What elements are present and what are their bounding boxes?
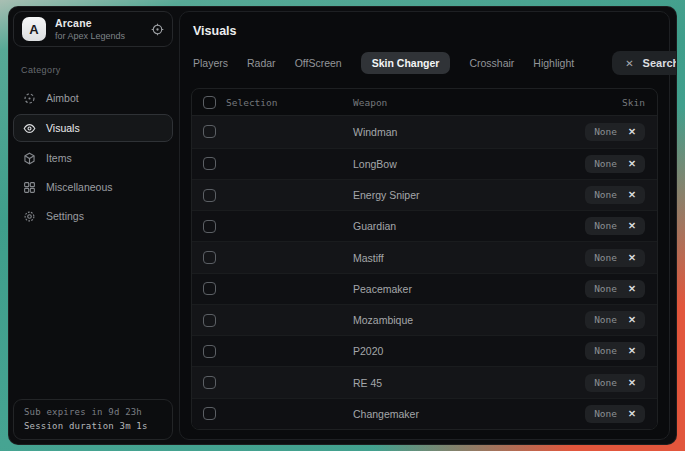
sidebar-item-settings[interactable]: Settings — [13, 203, 173, 229]
clear-skin-icon[interactable]: ✕ — [628, 314, 636, 325]
clear-skin-icon[interactable]: ✕ — [628, 252, 636, 263]
table-row[interactable]: Mozambique None✕ — [192, 304, 657, 335]
clear-skin-icon[interactable]: ✕ — [628, 189, 636, 200]
skin-badge[interactable]: None✕ — [585, 405, 645, 423]
brand-text: Arcane for Apex Legends — [55, 17, 142, 41]
skin-value: None — [594, 283, 617, 294]
skin-value: None — [594, 126, 617, 137]
sidebar-item-label: Items — [46, 152, 72, 164]
weapon-name: RE 45 — [353, 377, 535, 389]
sidebar: A Arcane for Apex Legends Category — [9, 7, 178, 444]
skin-badge[interactable]: None✕ — [585, 311, 645, 329]
row-checkbox[interactable] — [203, 125, 216, 138]
aimbot-icon — [23, 92, 36, 105]
skin-badge[interactable]: None✕ — [585, 186, 645, 204]
sidebar-item-items[interactable]: Items — [13, 145, 173, 171]
tab-crosshair[interactable]: Crosshair — [469, 52, 514, 74]
visuals-icon — [23, 122, 36, 135]
items-icon — [23, 152, 36, 165]
table-row[interactable]: Peacemaker None✕ — [192, 273, 657, 304]
table-row[interactable]: Windman None✕ — [192, 116, 657, 147]
sidebar-item-label: Miscellaneous — [46, 181, 113, 193]
row-checkbox[interactable] — [203, 157, 216, 170]
clear-skin-icon[interactable]: ✕ — [628, 126, 636, 137]
row-checkbox[interactable] — [203, 314, 216, 327]
tab-highlight[interactable]: Highlight — [533, 52, 574, 74]
app-title: Arcane — [55, 17, 142, 29]
sidebar-item-label: Visuals — [46, 122, 80, 134]
row-checkbox[interactable] — [203, 282, 216, 295]
category-label: Category — [21, 65, 173, 75]
row-checkbox[interactable] — [203, 345, 216, 358]
skin-badge[interactable]: None✕ — [585, 249, 645, 267]
weapon-name: Energy Sniper — [353, 189, 535, 201]
tab-offscreen[interactable]: OffScreen — [295, 52, 342, 74]
clear-skin-icon[interactable]: ✕ — [628, 345, 636, 356]
weapon-header: Weapon — [353, 97, 535, 108]
tab-bar: Players Radar OffScreen Skin Changer Cro… — [193, 51, 656, 75]
weapon-name: Mozambique — [353, 314, 535, 326]
weapon-name: Peacemaker — [353, 283, 535, 295]
skin-table: Selection Weapon Skin Windman None✕ Long… — [191, 88, 658, 430]
app-subtitle: for Apex Legends — [55, 31, 142, 41]
skin-value: None — [594, 189, 617, 200]
sub-expiry-text: Sub expires in 9d 23h — [24, 407, 162, 417]
table-row[interactable]: Changemaker None✕ — [192, 398, 657, 429]
search-button[interactable]: ✕ Search — [612, 51, 677, 75]
app-logo: A — [22, 17, 46, 41]
session-duration-text: Session duration 3m 1s — [24, 421, 162, 431]
skin-badge[interactable]: None✕ — [585, 374, 645, 392]
skin-value: None — [594, 345, 617, 356]
target-icon[interactable] — [151, 23, 164, 36]
skin-value: None — [594, 158, 617, 169]
skin-badge[interactable]: None✕ — [585, 280, 645, 298]
weapon-name: Changemaker — [353, 408, 535, 420]
clear-skin-icon[interactable]: ✕ — [628, 220, 636, 231]
sidebar-item-miscellaneous[interactable]: Miscellaneous — [13, 174, 173, 200]
skin-value: None — [594, 252, 617, 263]
tab-radar[interactable]: Radar — [247, 52, 276, 74]
miscellaneous-icon — [23, 181, 36, 194]
row-checkbox[interactable] — [203, 251, 216, 264]
tab-players[interactable]: Players — [193, 52, 228, 74]
settings-icon — [23, 210, 36, 223]
table-row[interactable]: RE 45 None✕ — [192, 366, 657, 397]
brand-card: A Arcane for Apex Legends — [13, 11, 173, 47]
weapon-name: Mastiff — [353, 252, 535, 264]
row-checkbox[interactable] — [203, 220, 216, 233]
weapon-name: LongBow — [353, 158, 535, 170]
sidebar-item-label: Settings — [46, 210, 84, 222]
subscription-info-card: Sub expires in 9d 23h Session duration 3… — [13, 399, 173, 440]
clear-skin-icon[interactable]: ✕ — [628, 408, 636, 419]
sidebar-item-aimbot[interactable]: Aimbot — [13, 85, 173, 111]
skin-badge[interactable]: None✕ — [585, 217, 645, 235]
sidebar-item-visuals[interactable]: Visuals — [13, 114, 173, 142]
table-row[interactable]: P2020 None✕ — [192, 335, 657, 366]
sidebar-item-label: Aimbot — [46, 92, 79, 104]
table-row[interactable]: Guardian None✕ — [192, 210, 657, 241]
skin-value: None — [594, 314, 617, 325]
table-row[interactable]: Energy Sniper None✕ — [192, 179, 657, 210]
table-row[interactable]: LongBow None✕ — [192, 148, 657, 179]
clear-skin-icon[interactable]: ✕ — [628, 158, 636, 169]
skin-badge[interactable]: None✕ — [585, 123, 645, 141]
row-checkbox[interactable] — [203, 407, 216, 420]
row-checkbox[interactable] — [203, 376, 216, 389]
clear-skin-icon[interactable]: ✕ — [628, 377, 636, 388]
weapon-name: Guardian — [353, 220, 535, 232]
select-all-checkbox[interactable] — [203, 96, 216, 109]
skin-header: Skin — [622, 97, 645, 108]
page-title: Visuals — [193, 24, 658, 38]
skin-badge[interactable]: None✕ — [585, 342, 645, 360]
skin-value: None — [594, 408, 617, 419]
row-checkbox[interactable] — [203, 189, 216, 202]
table-row[interactable]: Mastiff None✕ — [192, 241, 657, 272]
weapon-name: Windman — [353, 126, 535, 138]
search-button-label: Search — [643, 57, 677, 69]
search-button-icon: ✕ — [625, 58, 633, 69]
clear-skin-icon[interactable]: ✕ — [628, 283, 636, 294]
tab-skin-changer[interactable]: Skin Changer — [361, 52, 451, 74]
skin-value: None — [594, 220, 617, 231]
app-window: A Arcane for Apex Legends Category — [8, 6, 677, 445]
skin-badge[interactable]: None✕ — [585, 155, 645, 173]
